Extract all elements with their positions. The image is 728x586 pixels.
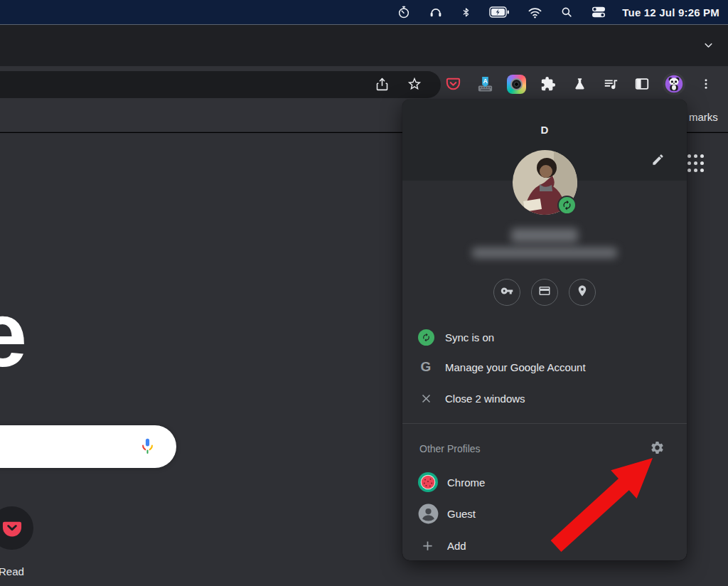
side-panel-icon[interactable] <box>632 74 652 94</box>
profile-avatar-button[interactable] <box>663 73 685 95</box>
keyboard-translate-extension-icon[interactable]: A <box>475 74 495 94</box>
profile-menu: D <box>402 100 687 560</box>
profile-item-label: Chrome <box>447 476 485 489</box>
profile-item-chrome[interactable]: Chrome <box>402 467 687 498</box>
google-logo-letter: e <box>0 288 27 380</box>
add-profile-item[interactable]: Add <box>402 530 687 561</box>
bookmark-star-icon[interactable] <box>405 74 424 94</box>
pocket-extension-icon[interactable] <box>443 74 463 94</box>
chevron-down-icon <box>702 39 714 54</box>
key-icon <box>500 284 513 300</box>
camera-lens <box>510 78 523 90</box>
bookmarks-bar-partial-label[interactable]: marks <box>689 102 718 132</box>
sync-on-icon <box>417 329 435 346</box>
headphones-icon[interactable] <box>429 5 443 19</box>
media-playlist-extension-icon[interactable] <box>601 74 621 94</box>
shortcut-label: Read <box>0 565 24 577</box>
menu-bar-clock[interactable]: Tue 12 Jul 9:26 PM <box>622 6 719 18</box>
share-icon[interactable] <box>372 74 392 94</box>
toolbar-collapse-button[interactable] <box>698 36 718 56</box>
add-profile-label: Add <box>447 540 466 552</box>
google-apps-grid-icon[interactable] <box>687 154 704 172</box>
sync-status-item[interactable]: Sync is on <box>402 322 687 352</box>
plus-icon <box>420 538 435 553</box>
profile-settings-button[interactable] <box>647 439 667 459</box>
macos-menu-bar: Tue 12 Jul 9:26 PM <box>0 0 728 24</box>
google-g-icon: G <box>417 359 435 375</box>
gear-icon <box>650 440 665 458</box>
google-search-input[interactable] <box>0 425 176 468</box>
divider <box>402 423 687 424</box>
extensions-puzzle-icon[interactable] <box>538 74 558 94</box>
timer-icon[interactable] <box>397 5 411 19</box>
other-profiles-heading: Other Profiles <box>419 434 481 464</box>
pencil-icon <box>651 153 665 169</box>
search-icon[interactable] <box>560 6 573 18</box>
pocket-icon <box>1 517 23 540</box>
close-windows-item[interactable]: Close 2 windows <box>402 383 687 413</box>
wifi-icon[interactable] <box>528 6 542 18</box>
passwords-button[interactable] <box>493 279 520 306</box>
bluetooth-icon[interactable] <box>461 6 471 19</box>
guest-avatar-icon <box>418 504 439 524</box>
sync-status-label: Sync is on <box>445 331 494 343</box>
close-windows-label: Close 2 windows <box>445 393 525 405</box>
edit-profile-button[interactable] <box>648 151 668 171</box>
sync-badge-icon <box>557 196 577 215</box>
tab-strip <box>0 24 728 66</box>
profile-email-redacted <box>472 247 617 258</box>
browser-toolbar: A <box>0 66 728 102</box>
manage-google-account-label: Manage your Google Account <box>445 361 586 373</box>
close-x-icon <box>417 392 435 405</box>
profile-name-title: D <box>402 124 687 136</box>
flask-extension-icon[interactable] <box>569 74 589 94</box>
profile-name-redacted <box>511 228 578 243</box>
pocket-shortcut-tile[interactable] <box>0 506 33 550</box>
menu-kebab-icon[interactable] <box>696 74 716 94</box>
addresses-button[interactable] <box>569 279 596 306</box>
credit-card-icon <box>538 284 551 300</box>
panda-avatar-icon <box>664 74 684 94</box>
screen: Tue 12 Jul 9:26 PM <box>0 0 728 586</box>
profile-item-label: Guest <box>447 508 476 520</box>
location-pin-icon <box>576 284 589 300</box>
google-mic-icon[interactable] <box>138 437 157 459</box>
payment-methods-button[interactable] <box>531 279 558 306</box>
svg-text:A: A <box>483 77 488 84</box>
watermelon-avatar-icon <box>417 472 439 493</box>
profile-item-guest[interactable]: Guest <box>402 498 687 529</box>
manage-google-account-item[interactable]: G Manage your Google Account <box>402 352 687 382</box>
camera-extension-icon[interactable] <box>507 75 526 94</box>
control-center-icon[interactable] <box>591 6 606 18</box>
battery-charging-icon[interactable] <box>489 6 510 18</box>
